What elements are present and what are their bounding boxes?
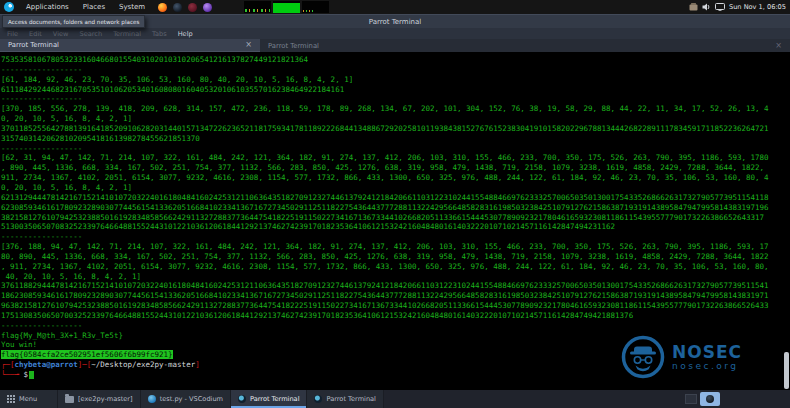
terminal-menubar: FileEditViewSearchTerminalTabsHelp [0,28,790,39]
tab-parrot-terminal-inactive[interactable]: Parrot Terminal × [260,39,790,52]
places-menu[interactable]: Places [76,0,112,14]
terminal-line: 6230859346161780923289030774456154133620… [1,203,790,213]
menu-item[interactable]: View [53,30,69,38]
terminal-line: ------------------ [1,144,790,154]
terminal-line: 7535358106780532331604668015540310201031… [1,55,790,65]
terminal-line: ------------------ [1,94,790,104]
desktop: Applications Places System Sun Nov 1, 06… [0,0,790,408]
terminal-line: ------------------ [1,65,790,75]
terminal-line: 3821581276107942532388501619283485856624… [1,213,790,223]
memory-graph[interactable] [273,1,300,13]
terminal-line: [61, 184, 92, 46, 23, 70, 35, 106, 53, 1… [1,75,790,85]
terminal-line: [62, 31, 94, 47, 142, 71, 214, 107, 322,… [1,153,790,163]
parrot-menu-icon[interactable] [4,2,14,12]
package-icon[interactable] [689,3,698,11]
display-icon[interactable] [715,3,725,11]
terminal-line: , 890, 445, 1336, 668, 334, 167, 502, 25… [1,163,790,173]
anonsurf-icon[interactable] [203,3,212,12]
nosec-logo-icon [620,334,666,380]
scrollbar-thumb[interactable] [784,352,789,389]
terminal-line: 9638215812761079425323885016192834858566… [1,301,790,311]
terminal-line: 80, 890, 445, 1336, 668, 334, 167, 502, … [1,252,790,262]
terminal-line: ------------------ [1,232,790,242]
watermark-url: nosec.org [672,361,742,371]
terminal-line: 911, 2734, 1367, 4102, 2051, 6154, 3077,… [1,173,790,183]
system-monitor-applets[interactable] [244,1,329,13]
parrot-terminal-icon [314,395,322,403]
taskbar-window-exe2py[interactable]: [exe2py-master] [58,390,141,408]
terminal-lines: 7535358106780532331604668015540310201031… [1,55,790,331]
window-title: Parrot Terminal [369,18,422,26]
terminal-line: 3157403142062810209541816139827845562185… [1,134,790,144]
menu-item[interactable]: Tabs [152,30,167,38]
terminal-line: 40, 20, 10, 5, 16, 8, 4, 2, 1] [1,272,790,282]
tab-parrot-terminal-active[interactable]: Parrot Terminal × [0,39,260,52]
terminal-line: 1751308350650700325233976466488155244310… [1,311,790,321]
applications-menu[interactable]: Applications [19,0,76,14]
menu-item[interactable]: Edit [29,30,42,38]
terminal-line: 0, 20, 10, 5, 16, 8, 4, 2, 1] [1,114,790,124]
menu-item[interactable]: Help [178,30,193,38]
tab-label: Parrot Terminal [8,41,59,49]
taskbar-window-parrot-terminal[interactable]: Parrot Terminal [307,390,383,408]
terminal-line: 0, 20, 10, 5, 16, 8, 4, 2, 1] [1,183,790,193]
terminal-line: [370, 185, 556, 278, 139, 418, 209, 628,… [1,104,790,114]
system-tray: Sun Nov 1, 06:05 [689,3,790,11]
menu-item[interactable]: Terminal [113,30,141,38]
terminal-line: 3701185255642788139164185209106282031440… [1,124,790,134]
terminal-line: , 911, 2734, 1367, 4102, 2051, 6154, 307… [1,262,790,272]
watermark-title: NOSEC [672,343,742,361]
cpu-graph[interactable] [244,1,271,13]
terminal-line: [376, 188, 94, 47, 142, 71, 214, 107, 32… [1,242,790,252]
menu-button[interactable]: Menu [0,390,58,408]
parrot-window-icon [706,395,714,403]
menu-grid-icon [7,395,15,403]
clock[interactable]: Sun Nov 1, 06:05 [729,3,786,11]
parrot-terminal-icon [238,395,246,403]
top-panel: Applications Places System Sun Nov 1, 06… [0,0,790,14]
taskbar: Menu [exe2py-master] test.py - VSCodium … [0,390,790,408]
terminal-line: 3761188294447814216715214101072032240161… [1,281,790,291]
workspace-switcher-icon[interactable] [685,394,697,404]
show-desktop-button[interactable] [700,392,720,406]
security-tools-icon[interactable] [188,3,197,12]
close-icon[interactable]: × [767,42,782,50]
tab-bar: Parrot Terminal × Parrot Terminal × [0,39,790,52]
folder-icon [65,396,74,403]
menu-item[interactable]: File [7,30,18,38]
vscodium-icon [148,395,156,403]
taskbar-right [685,390,790,408]
tooltip: Access documents, folders and network pl… [2,15,145,28]
terminal-line: 5130035065070832523397646648815524431012… [1,222,790,232]
terminal-cursor [29,371,34,379]
nosec-watermark: NOSEC nosec.org [620,334,742,380]
network-graph[interactable] [302,1,329,13]
volume-icon[interactable] [702,3,711,11]
menu-item[interactable]: Search [79,30,102,38]
tooltip-text: Access documents, folders and network pl… [8,19,139,25]
taskbar-window-parrot-terminal-active[interactable]: Parrot Terminal [231,390,307,408]
terminal-line: ------------------ [1,321,790,331]
terminal-line: 6213129444781421671521410107203224016180… [1,193,790,203]
terminal-line: 1862308593461617809232890307744561541336… [1,291,790,301]
terminal-launcher-icon[interactable] [173,3,182,12]
taskbar-window-vscodium[interactable]: test.py - VSCodium [141,390,231,408]
tab-label: Parrot Terminal [268,42,319,50]
terminal-line: 6111842924468231670535101062053401608080… [1,85,790,95]
firefox-icon[interactable] [158,3,167,12]
close-icon[interactable]: × [237,41,252,49]
system-menu[interactable]: System [112,0,152,14]
